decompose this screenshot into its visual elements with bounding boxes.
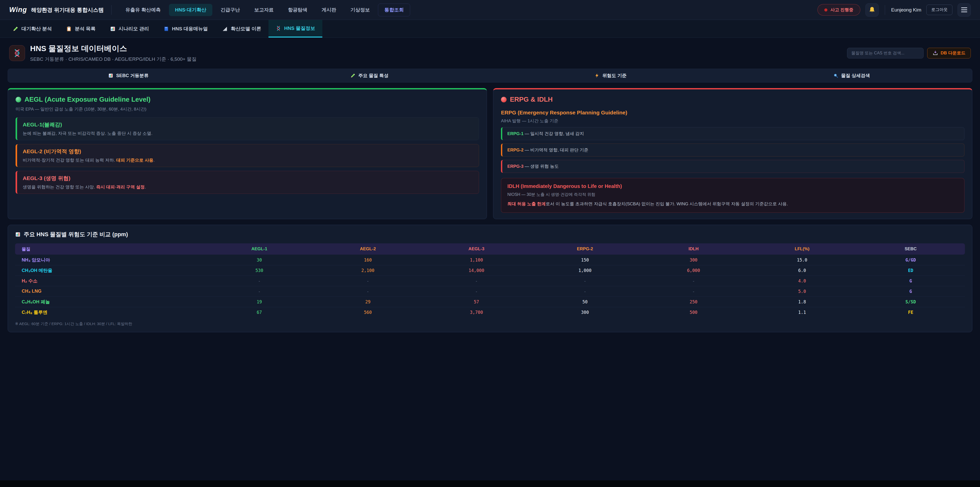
- pencil-icon: [13, 26, 18, 32]
- table-cell: 1,000: [531, 265, 639, 276]
- substance-cell: H₂ 수소: [15, 276, 205, 286]
- table-cell: -: [205, 276, 313, 286]
- erpg-3-name: ERPG-3: [508, 164, 523, 169]
- erpg-1-item: ERPG-1 — 일시적 건강 영향, 냄새 감지: [501, 127, 964, 140]
- erpg-idlh-panel: ERPG & IDLH ERPG (Emergency Response Pla…: [493, 88, 972, 219]
- chart-icon: [108, 73, 113, 78]
- table-cell: -: [639, 276, 748, 286]
- subnav-item-diffusion-analysis[interactable]: 대기확산 분석: [6, 20, 59, 38]
- nav-item-oil-spill[interactable]: 유출유 확산예측: [119, 4, 167, 16]
- table-body: NH₃ 암모니아301601,10015030015.0G/GDCH₃OH 메탄…: [15, 255, 965, 318]
- logout-button[interactable]: 로그아웃: [926, 5, 953, 15]
- hazard-comparison-table: 물질AEGL-1AEGL-2AEGL-3ERPG-2IDLHLFL(%)SEBC…: [15, 243, 965, 318]
- aegl-1-name: AEGL-1(불쾌감): [23, 121, 473, 128]
- page-subtitle: SEBC 거동분류 · CHRIS/CAMEO DB · AEGL/ERPG/I…: [30, 56, 197, 62]
- aegl-2-name: AEGL-2 (비가역적 영향): [23, 148, 473, 155]
- table-row: NH₃ 암모니아301601,10015030015.0G/GD: [15, 255, 965, 265]
- substance-cell: C₆H₅OH 페놀: [15, 297, 205, 307]
- table-cell: 500: [639, 307, 748, 318]
- aegl-3-desc: 생명을 위협하는 건강 영향 또는 사망. 즉시 대피·격리 구역 설정.: [23, 184, 473, 190]
- subnav-item-analysis-list[interactable]: 분석 목록: [59, 20, 103, 38]
- dna-icon: [275, 26, 281, 31]
- table-cell: 29: [313, 297, 422, 307]
- incident-status-badge[interactable]: 사고 진행중: [818, 4, 860, 16]
- notifications-button[interactable]: [865, 3, 879, 17]
- nav-item-reports[interactable]: 보고자료: [248, 4, 280, 16]
- idlh-box: IDLH (Immediately Dangerous to Life or H…: [501, 178, 964, 213]
- bolt-icon: [594, 73, 600, 78]
- page-header: HNS 물질정보 데이터베이스 SEBC 거동분류 · CHRIS/CAMEO …: [9, 43, 971, 62]
- table-row: CH₃OH 메탄올5302,10014,0001,0006,0006.0ED: [15, 265, 965, 276]
- column-header: 물질: [15, 243, 205, 255]
- table-row: CH₄ LNG-----5.0G: [15, 286, 965, 297]
- subnav-item-diffusion-model-theory[interactable]: 확산모델 이론: [215, 20, 268, 38]
- aegl-panel-subtitle: 미국 EPA — 일반인 급성 노출 기준 (10분, 30분, 60분, 4시…: [16, 106, 479, 112]
- pencil-icon: [350, 73, 355, 78]
- table-cell: 150: [531, 255, 639, 265]
- table-cell: -: [205, 286, 313, 297]
- substance-cell: C₇H₈ 톨루엔: [15, 307, 205, 318]
- aegl-2-desc: 비가역적·장기적 건강 영향 또는 대피 능력 저하. 대피 기준으로 사용.: [23, 157, 473, 163]
- column-header: ERPG-2: [531, 243, 639, 255]
- table-cell: 6.0: [748, 265, 856, 276]
- column-header: AEGL-3: [422, 243, 531, 255]
- column-header: AEGL-1: [205, 243, 313, 255]
- menu-button[interactable]: [958, 3, 971, 17]
- substance-search-input[interactable]: [847, 48, 924, 59]
- nav-item-board[interactable]: 게시판: [315, 4, 342, 16]
- db-download-button[interactable]: DB 다운로드: [927, 48, 971, 59]
- table-cell: -: [313, 276, 422, 286]
- nav-item-rescue[interactable]: 긴급구난: [215, 4, 246, 16]
- table-cell: 300: [639, 255, 748, 265]
- subnav-item-hns-manual[interactable]: HNS 대응매뉴얼: [156, 20, 215, 38]
- idlh-title: IDLH (Immediately Dangerous to Life or H…: [508, 184, 958, 189]
- table-cell: 14,000: [422, 265, 531, 276]
- main-nav: 유출유 확산예측 HNS·대기확산 긴급구난 보고자료 항공탐색 게시판 기상정…: [119, 3, 410, 16]
- tab-sebc-classification[interactable]: SEBC 거동분류: [8, 69, 249, 82]
- book-icon: [163, 26, 169, 32]
- download-icon: [932, 50, 938, 56]
- table-cell: 3,700: [422, 307, 531, 318]
- dna-icon: [9, 45, 25, 61]
- sub-nav: 대기확산 분석 분석 목록 시나리오 관리 HNS 대응매뉴얼 확산모델 이론 …: [0, 20, 980, 38]
- column-header: SEBC: [856, 243, 965, 255]
- tab-substance-properties[interactable]: 주요 물질 특성: [249, 69, 490, 82]
- table-cell: 300: [531, 307, 639, 318]
- table-cell: 560: [313, 307, 422, 318]
- table-cell: -: [313, 286, 422, 297]
- erpg-heading: ERPG (Emergency Response Planning Guidel…: [501, 110, 964, 116]
- table-row: C₇H₈ 톨루엔675603,7003005001.1FE: [15, 307, 965, 318]
- substance-cell: CH₃OH 메탄올: [15, 265, 205, 276]
- nav-item-aerial-search[interactable]: 항공탐색: [282, 4, 313, 16]
- page-header-actions: DB 다운로드: [847, 48, 971, 59]
- table-cell: 57: [422, 297, 531, 307]
- subnav-item-scenario-management[interactable]: 시나리오 관리: [103, 20, 156, 38]
- erpg-3-item: ERPG-3 — 생명 위협 농도: [501, 160, 964, 173]
- subnav-item-hns-substance-info[interactable]: HNS 물질정보: [269, 20, 322, 38]
- tab-hazard-criteria[interactable]: 위험도 기준: [490, 69, 731, 82]
- idlh-source-line: NIOSH — 30분 노출 시 생명·건강에 즉각적 위험: [508, 192, 958, 197]
- table-cell: FE: [856, 307, 965, 318]
- erpg-panel-title: ERPG & IDLH: [501, 96, 964, 104]
- hazard-comparison-panel: 주요 HNS 물질별 위험도 기준 비교 (ppm) 물질AEGL-1AEGL-…: [8, 225, 972, 332]
- erpg-2-name: ERPG-2: [508, 148, 523, 152]
- section-tab-strip: SEBC 거동분류 주요 물질 특성 위험도 기준 물질 상세검색: [8, 69, 972, 83]
- aegl-2-item: AEGL-2 (비가역적 영향) 비가역적·장기적 건강 영향 또는 대피 능력…: [16, 144, 479, 167]
- table-title: 주요 HNS 물질별 위험도 기준 비교 (ppm): [15, 231, 965, 238]
- nav-item-hns-diffusion[interactable]: HNS·대기확산: [169, 4, 212, 16]
- search-icon: [833, 73, 838, 78]
- tab-substance-detail-search[interactable]: 물질 상세검색: [731, 69, 972, 82]
- table-cell: G: [856, 286, 965, 297]
- clipboard-icon: [66, 26, 72, 32]
- nav-item-integrated-search[interactable]: 통합조회: [378, 3, 410, 16]
- table-cell: -: [422, 286, 531, 297]
- table-row: H₂ 수소-----4.0G: [15, 276, 965, 286]
- nav-item-weather[interactable]: 기상정보: [344, 4, 376, 16]
- page-header-texts: HNS 물질정보 데이터베이스 SEBC 거동분류 · CHRIS/CAMEO …: [30, 43, 197, 62]
- table-cell: 160: [313, 255, 422, 265]
- table-cell: G: [856, 276, 965, 286]
- table-cell: 1,100: [422, 255, 531, 265]
- table-cell: -: [531, 276, 639, 286]
- substance-cell: NH₃ 암모니아: [15, 255, 205, 265]
- substance-cell: CH₄ LNG: [15, 286, 205, 297]
